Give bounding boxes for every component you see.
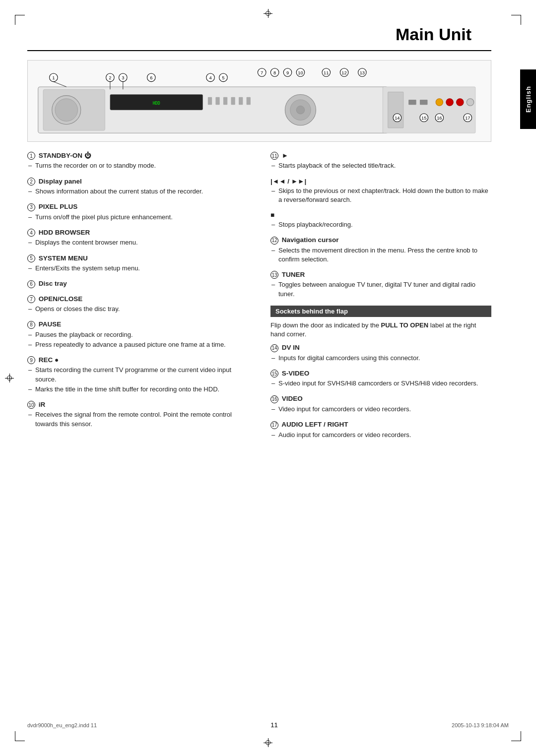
- svg-text:17: 17: [465, 116, 470, 121]
- section-play: 11 ► Starts playback of the selected tit…: [270, 152, 491, 171]
- section-standby-on: 1 STANDBY-ON ⏻ Turns the recorder on or …: [27, 152, 248, 171]
- svg-point-22: [467, 99, 474, 106]
- page-number: 11: [270, 721, 277, 729]
- section-s-video-title: 15 S-VIDEO: [270, 370, 491, 378]
- sockets-behind-flap-label: Sockets behind the flap: [270, 306, 491, 317]
- corner-mark-tr: [511, 15, 521, 25]
- svg-point-14: [296, 106, 305, 114]
- section-dv-in: 14 DV IN Inputs for digital camcorders u…: [270, 344, 491, 363]
- section-open-close-title: 7 OPEN/CLOSE: [27, 295, 248, 303]
- svg-rect-7: [215, 97, 219, 105]
- section-system-menu: 5 SYSTEM MENU Enters/Exits the system se…: [27, 254, 248, 273]
- svg-text:5: 5: [222, 75, 224, 80]
- section-skip: |◄◄ / ►►| Skips to the previous or next …: [270, 178, 491, 204]
- svg-text:12: 12: [341, 70, 346, 75]
- page-content: Main Unit HDD: [27, 25, 509, 446]
- footer-filename: dvdr9000h_eu_eng2.indd 11: [27, 722, 97, 728]
- section-display-panel-title: 2 Display panel: [27, 178, 248, 186]
- section-nav-cursor: 12 Navigation cursor Selects the movemen…: [270, 236, 491, 264]
- section-video: 16 VIDEO Video input for camcorders or v…: [270, 395, 491, 414]
- section-system-menu-body: Enters/Exits the system setup menu.: [27, 264, 248, 273]
- section-dv-in-title: 14 DV IN: [270, 344, 491, 352]
- section-ir-title: 10 iR: [27, 401, 248, 409]
- footer-timestamp: 2005-10-13 9:18:04 AM: [452, 722, 509, 728]
- svg-rect-11: [247, 97, 251, 105]
- device-image: HDD 1 2: [27, 60, 491, 142]
- section-audio: 17 AUDIO LEFT / RIGHT Audio input for ca…: [270, 421, 491, 440]
- section-tuner-title: 13 TUNER: [270, 271, 491, 279]
- reg-mark-top: [264, 9, 272, 18]
- svg-text:11: 11: [324, 70, 329, 75]
- section-stop: ■ Stops playback/recording.: [270, 211, 491, 229]
- svg-text:8: 8: [273, 70, 276, 75]
- left-column: 1 STANDBY-ON ⏻ Turns the recorder on or …: [27, 152, 253, 446]
- section-nav-cursor-title: 12 Navigation cursor: [270, 236, 491, 244]
- section-skip-body: Skips to the previous or next chapter/tr…: [270, 187, 491, 204]
- section-hdd-browser-title: 4 HDD BROWSER: [27, 229, 248, 237]
- svg-text:1: 1: [52, 75, 55, 80]
- svg-text:2: 2: [109, 75, 111, 80]
- section-ir: 10 iR Receives the signal from the remot…: [27, 401, 248, 429]
- section-stop-body: Stops playback/recording.: [270, 220, 491, 229]
- page-footer: dvdr9000h_eu_eng2.indd 11 11 2005-10-13 …: [27, 721, 509, 729]
- section-video-body: Video input for camcorders or video reco…: [270, 405, 491, 414]
- svg-text:3: 3: [122, 75, 124, 80]
- section-play-body: Starts playback of the selected title/tr…: [270, 161, 491, 170]
- svg-text:6: 6: [150, 75, 152, 80]
- corner-mark-bl: [15, 731, 25, 741]
- svg-text:13: 13: [360, 70, 365, 75]
- svg-line-35: [54, 82, 67, 87]
- section-disc-tray-title: 6 Disc tray: [27, 280, 248, 288]
- section-audio-body: Audio input for camcorders or video reco…: [270, 431, 491, 440]
- section-rec-title: 9 REC ●: [27, 356, 248, 364]
- svg-rect-18: [420, 100, 428, 105]
- svg-rect-6: [208, 97, 212, 105]
- section-pause: 8 PAUSE Pauses the playback or recording…: [27, 320, 248, 349]
- section-audio-title: 17 AUDIO LEFT / RIGHT: [270, 421, 491, 429]
- section-rec-body: Starts recording the current TV programm…: [27, 366, 248, 394]
- page-title: Main Unit: [27, 25, 491, 44]
- section-s-video-body: S-video input for SVHS/Hi8 camcorders or…: [270, 379, 491, 388]
- corner-mark-br: [511, 731, 521, 741]
- section-pause-body: Pauses the playback or recording. Press …: [27, 330, 248, 349]
- corner-mark-tl: [15, 15, 25, 25]
- content-columns: 1 STANDBY-ON ⏻ Turns the recorder on or …: [27, 152, 491, 446]
- section-pause-title: 8 PAUSE: [27, 320, 248, 328]
- section-open-close: 7 OPEN/CLOSE Opens or closes the disc tr…: [27, 295, 248, 314]
- section-nav-cursor-body: Selects the movement direction in the me…: [270, 246, 491, 264]
- section-s-video: 15 S-VIDEO S-video input for SVHS/Hi8 ca…: [270, 370, 491, 388]
- section-dv-in-body: Inputs for digital camcorders using this…: [270, 354, 491, 363]
- sockets-description: Flip down the door as indicated by the P…: [270, 321, 491, 339]
- section-hdd-browser-body: Displays the content browser menu.: [27, 238, 248, 247]
- svg-text:10: 10: [298, 70, 303, 75]
- svg-text:9: 9: [286, 70, 289, 75]
- svg-text:4: 4: [209, 75, 211, 80]
- section-pixel-plus-title: 3 PIXEL PLUS: [27, 203, 248, 211]
- svg-rect-10: [239, 97, 243, 105]
- section-display-panel: 2 Display panel Shows information about …: [27, 178, 248, 196]
- section-tuner: 13 TUNER Toggles between analogue TV tun…: [270, 271, 491, 299]
- svg-text:7: 7: [261, 70, 263, 75]
- svg-text:14: 14: [395, 116, 400, 121]
- svg-rect-8: [223, 97, 227, 105]
- svg-rect-9: [231, 97, 235, 105]
- section-rec: 9 REC ● Starts recording the current TV …: [27, 356, 248, 394]
- section-standby-on-body: Turns the recorder on or to standby mode…: [27, 161, 248, 170]
- svg-text:15: 15: [421, 116, 426, 121]
- section-system-menu-title: 5 SYSTEM MENU: [27, 254, 248, 262]
- svg-point-19: [436, 99, 443, 106]
- section-ir-body: Receives the signal from the remote cont…: [27, 410, 248, 428]
- section-skip-title: |◄◄ / ►►|: [270, 178, 491, 185]
- svg-point-20: [446, 99, 454, 106]
- section-play-title: 11 ►: [270, 152, 491, 160]
- section-standby-on-title: 1 STANDBY-ON ⏻: [27, 152, 248, 160]
- section-pixel-plus: 3 PIXEL PLUS Turns on/off the pixel plus…: [27, 203, 248, 222]
- svg-rect-17: [408, 100, 416, 105]
- reg-mark-bottom: [264, 738, 272, 747]
- section-open-close-body: Opens or closes the disc tray.: [27, 305, 248, 314]
- language-tab: English: [520, 69, 536, 129]
- title-divider: [27, 50, 491, 51]
- reg-mark-left: [5, 374, 14, 382]
- section-video-title: 16 VIDEO: [270, 395, 491, 403]
- svg-rect-16: [388, 92, 403, 128]
